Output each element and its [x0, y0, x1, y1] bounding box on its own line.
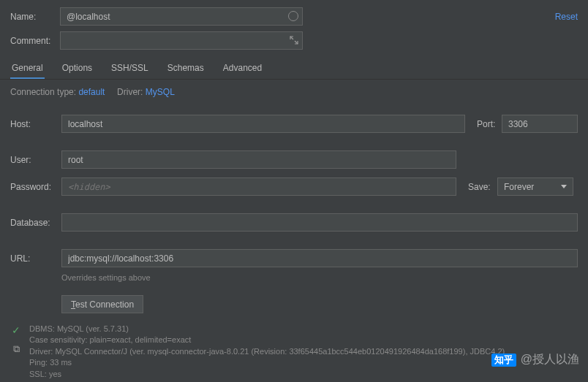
color-circle-icon[interactable] — [288, 11, 298, 21]
zhihu-logo: 知乎 — [491, 354, 516, 367]
password-label: Password: — [10, 182, 61, 192]
save-value: Forever — [504, 182, 534, 192]
test-connection-button[interactable]: Test Connection — [61, 295, 143, 313]
driver-link[interactable]: MySQL — [146, 87, 175, 97]
check-icon: ✓ — [12, 324, 20, 338]
conn-type-label: Connection type: — [10, 87, 76, 97]
tabs-bar: General Options SSH/SSL Schemas Advanced — [0, 57, 588, 80]
host-input[interactable] — [61, 115, 465, 133]
status-text: DBMS: MySQL (ver. 5.7.31) Case sensitivi… — [29, 324, 505, 380]
tab-options[interactable]: Options — [61, 57, 94, 79]
host-label: Host: — [10, 119, 61, 129]
driver-label: Driver: — [117, 87, 143, 97]
chevron-down-icon — [561, 185, 567, 188]
port-input[interactable] — [502, 115, 578, 133]
database-label: Database: — [10, 218, 61, 228]
database-input[interactable] — [61, 213, 578, 232]
port-label: Port: — [465, 119, 502, 129]
url-label: URL: — [10, 253, 61, 264]
watermark: 知乎 @授人以渔 — [491, 352, 579, 367]
user-input[interactable] — [61, 150, 456, 169]
comment-label: Comment: — [10, 36, 60, 46]
expand-icon[interactable] — [290, 36, 298, 45]
comment-input[interactable] — [60, 31, 303, 50]
tab-general[interactable]: General — [10, 57, 45, 79]
password-input[interactable] — [61, 177, 456, 196]
url-hint: Overrides settings above — [0, 272, 588, 283]
tab-schemas[interactable]: Schemas — [166, 57, 206, 79]
tab-ssh-ssl[interactable]: SSH/SSL — [110, 57, 150, 79]
user-label: User: — [10, 155, 61, 165]
reset-link[interactable]: Reset — [540, 12, 578, 22]
save-label: Save: — [456, 182, 497, 192]
name-input[interactable] — [60, 7, 303, 26]
name-label: Name: — [10, 12, 60, 22]
tab-advanced[interactable]: Advanced — [222, 57, 263, 79]
conn-type-link[interactable]: default — [78, 87, 105, 97]
copy-icon[interactable]: ⧉ — [13, 343, 20, 356]
url-input[interactable] — [61, 249, 578, 267]
save-select[interactable]: Forever — [497, 177, 573, 196]
